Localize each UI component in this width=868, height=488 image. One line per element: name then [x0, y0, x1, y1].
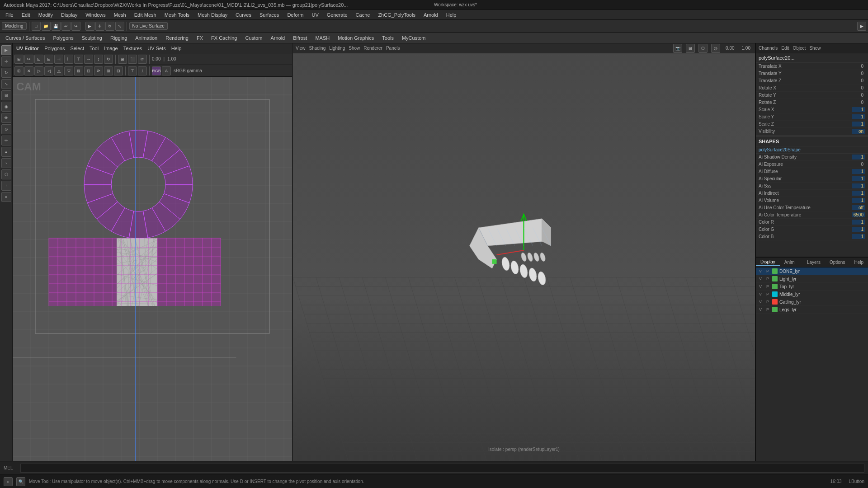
uv-tb2-4[interactable]: ◁ — [44, 66, 53, 75]
sculpt-tool[interactable]: ▲ — [1, 147, 11, 157]
uv-alpha-btn[interactable]: A — [162, 66, 171, 75]
scale-tool[interactable]: ⤡ — [1, 79, 11, 89]
3d-viewport-content[interactable]: Isolate : persp (renderSetupLayer1) — [293, 53, 755, 461]
uv-menu-textures[interactable]: Textures — [123, 46, 142, 51]
undo-btn[interactable]: ↩ — [61, 22, 71, 31]
open-scene-btn[interactable]: 📁 — [42, 22, 51, 31]
status-icon1[interactable]: ⌂ — [4, 477, 13, 486]
rotate-tool-btn[interactable]: ↻ — [105, 22, 114, 31]
show-hide-btn[interactable]: 👁 — [1, 113, 11, 123]
uv-tb2-11[interactable]: ⊟ — [114, 66, 123, 75]
uv-align-left[interactable]: ⊣ — [54, 55, 63, 64]
tab-help[interactable]: Help — [849, 259, 868, 266]
tab-fx[interactable]: FX — [193, 34, 207, 42]
uv-sew[interactable]: ✂ — [24, 55, 33, 64]
layer-top[interactable]: V P Top_lyr — [756, 283, 868, 291]
vp-smooth-btn[interactable]: ◎ — [711, 44, 720, 53]
uv-checker[interactable]: ⬛ — [128, 55, 137, 64]
uv-tb2-13[interactable]: ⊥ — [138, 66, 147, 75]
uv-tb2-6[interactable]: ▽ — [64, 66, 73, 75]
uv-menu-polygons[interactable]: Polygons — [44, 46, 65, 51]
modeling-dropdown[interactable]: Modeling — [2, 22, 27, 30]
uv-flip-v[interactable]: ↕ — [94, 55, 103, 64]
menu-edit[interactable]: Edit — [18, 11, 34, 19]
uv-viewport[interactable]: CAM — [13, 77, 292, 461]
rotate-tool[interactable]: ↻ — [1, 68, 11, 78]
uv-align-right[interactable]: ⊢ — [64, 55, 73, 64]
uv-display-btn[interactable]: RGB — [152, 66, 161, 75]
mesh-tool2[interactable]: ⬡ — [1, 169, 11, 179]
tab-arnold[interactable]: Arnold — [267, 34, 288, 42]
uv-tb2-8[interactable]: ⊡ — [84, 66, 93, 75]
ch-menu-channels[interactable]: Channels — [759, 46, 778, 51]
uv-menu-help[interactable]: Help — [171, 46, 182, 51]
soft-mod-tool[interactable]: ◉ — [1, 102, 11, 112]
uv-tb2-5[interactable]: △ — [54, 66, 63, 75]
tab-anim[interactable]: Anim — [780, 259, 799, 266]
layer-light[interactable]: V P Light_lyr — [756, 275, 868, 283]
tab-rendering[interactable]: Rendering — [162, 34, 192, 42]
menu-help[interactable]: Help — [443, 11, 460, 19]
curve-tool[interactable]: ~ — [1, 158, 11, 168]
ch-menu-object[interactable]: Object — [793, 46, 806, 51]
lasso-tool[interactable]: ⊙ — [1, 124, 11, 134]
menu-mesh-display[interactable]: Mesh Display — [194, 11, 231, 19]
uv-menu-image[interactable]: Image — [104, 46, 118, 51]
no-live-surface-btn[interactable]: No Live Surface — [129, 22, 168, 30]
layer-middle[interactable]: V P Middle_lyr — [756, 291, 868, 298]
uv-rotate[interactable]: ↻ — [104, 55, 113, 64]
menu-curves[interactable]: Curves — [232, 11, 255, 19]
uv-distribute[interactable]: ⊤ — [74, 55, 83, 64]
uv-tb2-12[interactable]: ⊤ — [128, 66, 137, 75]
menu-zhcg[interactable]: ZhCG_PolyTools — [374, 11, 419, 19]
uv-menu-uvsets[interactable]: UV Sets — [147, 46, 165, 51]
move-tool[interactable]: ✛ — [1, 56, 11, 66]
uv-tb2-9[interactable]: ⟳ — [94, 66, 103, 75]
tab-polygons[interactable]: Polygons — [49, 34, 77, 42]
tab-display[interactable]: Display — [756, 258, 780, 266]
uv-tb2-1[interactable]: ⊞ — [14, 66, 24, 75]
tab-sculpting[interactable]: Sculpting — [78, 34, 106, 42]
vp-view[interactable]: View — [296, 46, 306, 51]
uv-flip-h[interactable]: ↔ — [84, 55, 93, 64]
new-scene-btn[interactable]: □ — [32, 22, 41, 31]
uv-unfold[interactable]: ⊡ — [34, 55, 43, 64]
tab-rigging[interactable]: Rigging — [107, 34, 131, 42]
menu-mesh-tools[interactable]: Mesh Tools — [161, 11, 193, 19]
uv-layout[interactable]: ⊟ — [44, 55, 53, 64]
tab-fx-caching[interactable]: FX Caching — [208, 34, 241, 42]
menu-edit-mesh[interactable]: Edit Mesh — [131, 11, 160, 19]
menu-windows[interactable]: Windows — [82, 11, 109, 19]
redo-btn[interactable]: ↪ — [71, 22, 80, 31]
ch-menu-edit[interactable]: Edit — [781, 46, 789, 51]
vp-lighting[interactable]: Lighting — [329, 46, 345, 51]
uv-tb2-2[interactable]: ✕ — [24, 66, 33, 75]
uv-grid[interactable]: ⊞ — [118, 55, 127, 64]
uv-tb2-3[interactable]: ▷ — [34, 66, 43, 75]
uv-tb2-7[interactable]: ⊠ — [74, 66, 83, 75]
menu-mesh[interactable]: Mesh — [110, 11, 130, 19]
tab-curves-surfaces[interactable]: Curves / Surfaces — [2, 34, 48, 42]
deform-tool[interactable]: ⋮ — [1, 181, 11, 191]
menu-cache[interactable]: Cache — [352, 11, 374, 19]
tab-layers-sub[interactable]: Layers — [802, 259, 825, 266]
vp-panels[interactable]: Panels — [386, 46, 400, 51]
render-btn[interactable]: ▶ — [857, 22, 866, 31]
menu-uv[interactable]: UV — [308, 11, 322, 19]
select-tool-btn[interactable]: ▶ — [85, 22, 94, 31]
tab-custom[interactable]: Custom — [242, 34, 266, 42]
uv-select-all[interactable]: ⊞ — [14, 55, 24, 64]
uv-menu-tool[interactable]: Tool — [90, 46, 99, 51]
menu-generate[interactable]: Generate — [323, 11, 351, 19]
menu-surfaces[interactable]: Surfaces — [256, 11, 283, 19]
menu-arnold[interactable]: Arnold — [420, 11, 442, 19]
tab-mycustom[interactable]: MyCustom — [398, 34, 429, 42]
select-tool[interactable]: ▶ — [1, 45, 11, 55]
tab-bifrost[interactable]: Bifrost — [289, 34, 311, 42]
status-search-btn[interactable]: 🔍 — [16, 477, 25, 486]
tab-tools[interactable]: Tools — [378, 34, 397, 42]
vp-grid-btn[interactable]: ⊞ — [686, 44, 695, 53]
universal-tool[interactable]: ⊞ — [1, 90, 11, 100]
uv-smooth[interactable]: ⟳ — [138, 55, 147, 64]
vp-renderer[interactable]: Renderer — [363, 46, 382, 51]
